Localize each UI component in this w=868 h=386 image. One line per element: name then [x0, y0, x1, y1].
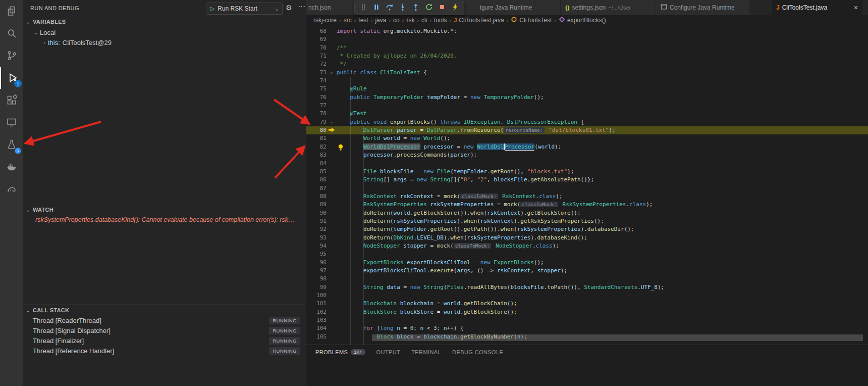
step-into-button[interactable] [397, 3, 408, 14]
thread-row[interactable]: Thread [ReaderThread]RUNNING [23, 315, 306, 325]
code-line[interactable]: 76 public TemporaryFolder tempFolder = n… [306, 93, 868, 102]
code-line[interactable]: 103 [306, 316, 868, 324]
code-line[interactable]: 97 exportBlocksCliTool.execute(args, () … [306, 267, 868, 275]
panel-tab-debug-console[interactable]: DEBUG CONSOLE [452, 349, 503, 355]
code-line[interactable]: 85 File blocksFile = new File(tempFolder… [306, 168, 868, 176]
horizontal-scrollbar[interactable] [372, 334, 863, 341]
code-line[interactable]: 102 BlockStore blockStore = world.getBlo… [306, 308, 868, 316]
code-line[interactable]: 80 DslParser parser = DslParser.fromReso… [306, 126, 868, 134]
line-number[interactable]: 102 [306, 308, 327, 316]
tab-nch.json[interactable]: nch.json [306, 0, 342, 15]
step-out-button[interactable] [410, 3, 421, 14]
code-line[interactable]: 72 */ [306, 60, 868, 68]
line-number[interactable]: 85 [306, 168, 327, 176]
activity-search-icon[interactable] [0, 22, 23, 44]
code-line[interactable]: 84 [306, 160, 868, 168]
code-line[interactable]: 77 [306, 102, 868, 110]
variable-this-row[interactable]: › this: CliToolsTest@29 [23, 37, 306, 47]
close-icon[interactable]: × [854, 4, 858, 12]
more-actions-icon[interactable]: ⋯ [298, 2, 305, 11]
line-number[interactable]: 88 [306, 192, 327, 201]
activity-explorer-icon[interactable] [0, 0, 23, 22]
line-number[interactable]: 73 [306, 69, 327, 77]
pause-button[interactable] [371, 3, 382, 14]
line-number[interactable]: 104 [306, 324, 327, 332]
breadcrumb-item[interactable]: rsk [406, 17, 414, 24]
step-over-button[interactable] [384, 3, 395, 14]
line-number[interactable]: 93 [306, 234, 327, 242]
code-line[interactable]: 96 ExportBlocks exportBlocksCliTool = ne… [306, 259, 868, 267]
activity-run-and-debug-icon[interactable]: 1 [0, 67, 24, 89]
line-number[interactable]: 101 [306, 300, 327, 308]
line-number[interactable]: 70 [306, 44, 327, 52]
line-number[interactable]: 97 [306, 267, 327, 275]
breadcrumb-item[interactable]: src [344, 17, 352, 24]
hot-code-replace-button[interactable] [450, 3, 461, 14]
line-number[interactable]: 87 [306, 184, 327, 192]
activity-testing-icon[interactable] [0, 133, 23, 156]
code-line[interactable]: 68import static org.mockito.Mockito.*; [306, 27, 868, 35]
activity-gradle-icon[interactable] [0, 178, 23, 200]
breadcrumb-item[interactable]: tools [434, 17, 447, 24]
line-number[interactable]: 83 [306, 151, 327, 159]
line-number[interactable]: 92 [306, 225, 327, 233]
code-line[interactable]: 86 String[] args = new String[]{"0", "2"… [306, 176, 868, 184]
code-line[interactable]: 98 [306, 275, 868, 283]
line-number[interactable]: 89 [306, 201, 327, 209]
line-number[interactable]: 103 [306, 316, 327, 324]
breadcrumb-item[interactable]: CliToolsTest [511, 16, 552, 24]
line-number[interactable]: 84 [306, 160, 327, 168]
activity-extensions-icon[interactable] [0, 89, 23, 111]
code-line[interactable]: 70/** [306, 44, 868, 52]
tab-clitoolstest.java[interactable]: JCliToolsTest.java× [772, 0, 863, 15]
tab-igure-java-runtime[interactable]: igure Java Runtime [459, 0, 561, 15]
line-number[interactable]: 78 [306, 110, 327, 118]
stop-button[interactable] [437, 3, 448, 14]
line-number[interactable]: 68 [306, 27, 327, 35]
breadcrumb-item[interactable]: test [358, 17, 368, 24]
gear-icon[interactable]: ⚙ [286, 4, 292, 12]
watch-expression[interactable]: rskSystemProperties.databaseKind(): Cann… [23, 215, 312, 225]
code-editor[interactable]: 68import static org.mockito.Mockito.*;69… [306, 25, 868, 347]
code-line[interactable]: 82 WorldDslProcessor processor = new Wor… [306, 143, 868, 151]
variables-section-header[interactable]: ⌄ VARIABLES [23, 16, 306, 27]
line-number[interactable]: 100 [306, 292, 327, 300]
code-line[interactable]: 94 NodeStopper stopper = mock(classToMoc… [306, 242, 868, 250]
line-number[interactable]: 76 [306, 93, 327, 102]
code-line[interactable]: 73⌄public class CliToolsTest { [306, 69, 868, 77]
line-number[interactable]: 99 [306, 283, 327, 292]
code-line[interactable]: 91 doReturn(rskSystemProperties).when(rs… [306, 217, 868, 225]
code-line[interactable]: 71 * Created by ajlopez on 26/04/2020. [306, 52, 868, 60]
line-number[interactable]: 90 [306, 209, 327, 217]
code-line[interactable]: 81 World world = new World(); [306, 134, 868, 142]
breadcrumb-item[interactable]: co [393, 17, 400, 24]
code-line[interactable]: 83 processor.processCommands(parser); [306, 151, 868, 159]
code-line[interactable]: 79⌄ public void exportBlocks() throws IO… [306, 118, 868, 126]
code-line[interactable]: 75 @Rule [306, 85, 868, 93]
code-line[interactable]: 90 doReturn(world.getBlockStore()).when(… [306, 209, 868, 217]
code-line[interactable]: 95 [306, 250, 868, 258]
line-number[interactable]: 72 [306, 60, 327, 68]
line-number[interactable]: 94 [306, 242, 327, 250]
line-number[interactable]: 71 [306, 52, 327, 60]
breadcrumb-item[interactable]: java [375, 17, 386, 24]
tab-configure-java-runtime[interactable]: Configure Java Runtime [656, 0, 750, 15]
restart-button[interactable] [423, 3, 435, 14]
line-number[interactable]: 91 [306, 217, 327, 225]
code-line[interactable]: 92 doReturn(tempFolder.getRoot().getPath… [306, 225, 868, 233]
line-number[interactable]: 74 [306, 77, 327, 85]
code-line[interactable]: 87 [306, 184, 868, 192]
start-debugging-icon[interactable]: ▷ [210, 5, 214, 12]
line-number[interactable]: 69 [306, 35, 327, 43]
breadcrumb-item[interactable]: rskj-core [313, 17, 337, 24]
fold-icon[interactable]: ⌄ [327, 69, 337, 74]
thread-row[interactable]: Thread [Finalizer]RUNNING [23, 335, 306, 346]
tab-settings.json[interactable]: {}settings.json~/.../User [561, 0, 656, 15]
line-number[interactable]: 98 [306, 275, 327, 283]
panel-tab-terminal[interactable]: TERMINAL [411, 349, 441, 355]
code-line[interactable]: 74 [306, 77, 868, 85]
scope-local-row[interactable]: ⌄ Local [23, 27, 306, 37]
code-line[interactable]: 100 [306, 292, 868, 300]
activity-source-control-icon[interactable] [0, 44, 23, 67]
breadcrumb-item[interactable]: exportBlocks() [559, 16, 606, 24]
